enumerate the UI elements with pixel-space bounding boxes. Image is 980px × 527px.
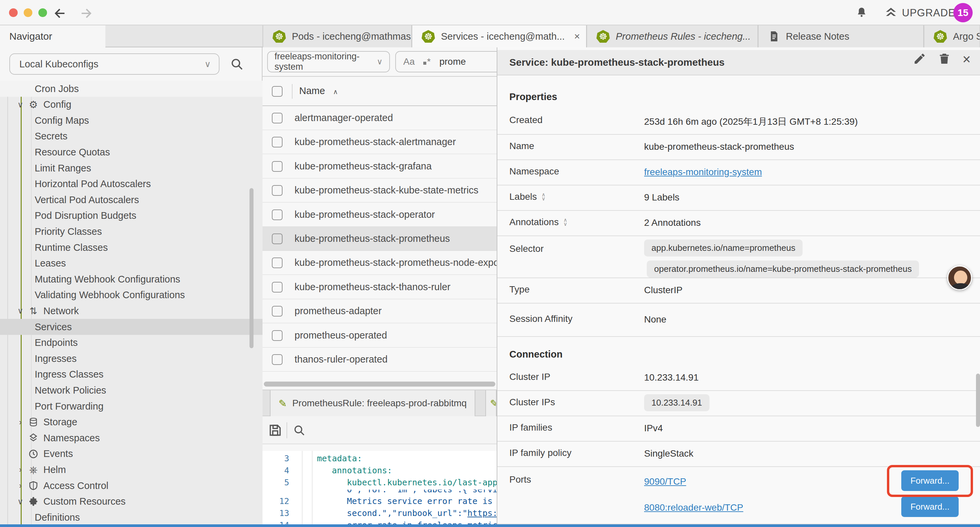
sidebar-item-network[interactable]: ∨⇅Network (0, 303, 262, 319)
detail-value-namespace[interactable]: freeleaps-monitoring-system (644, 167, 762, 177)
tab-pods-icecheng-mathmas[interactable]: ☸Pods - icecheng@mathmas... (262, 25, 412, 47)
table-row-kube-prometheus-stack-prometheus-node-expor[interactable]: kube-prometheus-stack-prometheus-node-ex… (262, 251, 497, 275)
table-search-input[interactable]: Aa * prome (395, 51, 497, 72)
sidebar-item-runtime-classes[interactable]: Runtime Classes (0, 239, 262, 255)
row-checkbox[interactable] (272, 209, 283, 220)
sidebar-search-icon[interactable] (229, 57, 244, 72)
sidebar-item-mutating-webhook-configurations[interactable]: Mutating Webhook Configurations (0, 271, 262, 287)
save-icon[interactable] (268, 423, 283, 439)
horizontal-scrollbar[interactable] (264, 382, 495, 387)
sidebar-item-helm[interactable]: ›⎈Helm (0, 462, 262, 478)
tab-release-notes[interactable]: Release Notes (758, 25, 924, 47)
forward-arrow-icon[interactable] (80, 7, 93, 20)
detail-row-namespace: Namespacefreeleaps-monitoring-system (497, 160, 980, 185)
delete-icon[interactable] (938, 52, 951, 67)
row-checkbox[interactable] (272, 161, 283, 172)
sidebar-item-events[interactable]: Events (0, 446, 262, 462)
dock-tab-prometheusrule[interactable]: ✎ PrometheusRule: freeleaps-prod-rabbitm… (270, 390, 475, 416)
row-checkbox[interactable] (272, 185, 283, 196)
upgrade-button[interactable]: UPGRADE (884, 6, 955, 20)
table-row-kube-prometheus-stack-operator[interactable]: kube-prometheus-stack-operator (262, 203, 497, 227)
kubeconfig-select[interactable]: Local Kubeconfigs ∨ (10, 53, 220, 75)
sidebar-scrollbar[interactable] (250, 188, 253, 348)
row-checkbox[interactable] (272, 354, 283, 365)
expander-icon[interactable]: ∧∨ (563, 218, 567, 226)
expander-icon[interactable]: ∧∨ (542, 193, 546, 201)
sidebar-item-endpoints[interactable]: Endpoints (0, 335, 262, 351)
tab-argo-se[interactable]: ☸Argo Se (924, 25, 980, 47)
sidebar-item-vertical-pod-autoscalers[interactable]: Vertical Pod Autoscalers (0, 192, 262, 208)
tree-chevron-icon[interactable]: ∨ (15, 497, 25, 506)
sidebar-item-limit-ranges[interactable]: Limit Ranges (0, 160, 262, 176)
bell-icon[interactable] (855, 6, 868, 19)
navigator-panel-tab[interactable]: Navigator (0, 25, 105, 47)
tree-chevron-icon[interactable]: ∨ (15, 100, 25, 110)
row-checkbox[interactable] (272, 234, 283, 244)
sidebar-item-horizontal-pod-autoscalers[interactable]: Horizontal Pod Autoscalers (0, 176, 262, 192)
back-arrow-icon[interactable] (53, 7, 67, 20)
sidebar-item-port-forwarding[interactable]: Port Forwarding (0, 398, 262, 414)
close-icon[interactable]: × (963, 53, 970, 66)
sidebar-item-pod-disruption-budgets[interactable]: Pod Disruption Budgets (0, 208, 262, 224)
row-checkbox[interactable] (272, 282, 283, 293)
service-name: kube-prometheus-stack-thanos-ruler (294, 282, 450, 293)
editor-search-icon[interactable] (293, 424, 306, 438)
table-row-thanos-ruler-operated[interactable]: thanos-ruler-operated (262, 347, 497, 372)
tab-prometheus-rules-icecheng[interactable]: ☸Prometheus Rules - icecheng... (586, 25, 758, 47)
row-checkbox[interactable] (272, 258, 283, 268)
sidebar-item-priority-classes[interactable]: Priority Classes (0, 223, 262, 239)
row-checkbox[interactable] (272, 306, 283, 317)
tab-services-icecheng-math[interactable]: ☸Services - icecheng@math...× (412, 25, 586, 47)
table-row-kube-prometheus-stack-grafana[interactable]: kube-prometheus-stack-grafana (262, 154, 497, 178)
sidebar-item-services[interactable]: Services (0, 319, 262, 335)
sidebar-item-cron-jobs[interactable]: Cron Jobs (0, 81, 262, 97)
table-row-kube-prometheus-stack-prometheus[interactable]: kube-prometheus-stack-prometheus (262, 227, 497, 251)
table-row-prometheus-adapter[interactable]: prometheus-adapter (262, 299, 497, 323)
notification-count-badge[interactable]: 15 (953, 3, 973, 22)
sidebar-item-definitions[interactable]: Definitions (0, 509, 262, 524)
traffic-light-minimize[interactable] (24, 8, 32, 17)
detail-scrollbar[interactable] (976, 374, 980, 427)
table-row-kube-prometheus-stack-kube-state-metrics[interactable]: kube-prometheus-stack-kube-state-metrics (262, 178, 497, 202)
tab-close-icon[interactable]: × (574, 31, 580, 42)
select-all-checkbox[interactable] (272, 86, 283, 97)
tree-chevron-icon[interactable]: › (15, 417, 25, 427)
table-row-kube-prometheus-stack-alertmanager[interactable]: kube-prometheus-stack-alertmanager (262, 130, 497, 154)
sidebar-item-leases[interactable]: Leases (0, 255, 262, 272)
sidebar-item-namespaces[interactable]: Namespaces (0, 430, 262, 446)
table-row-alertmanager-operated[interactable]: alertmanager-operated (262, 106, 497, 130)
traffic-light-close[interactable] (9, 8, 18, 17)
sidebar-item-custom-resources[interactable]: ∨Custom Resources (0, 494, 262, 509)
sidebar-item-config-maps[interactable]: Config Maps (0, 112, 262, 128)
sidebar-item-access-control[interactable]: ›Access Control (0, 478, 262, 494)
forward-button[interactable]: Forward... (901, 496, 959, 517)
sidebar-item-ingress-classes[interactable]: Ingress Classes (0, 366, 262, 382)
port-link-8080-reloader-web-TCP[interactable]: 8080:reloader-web/TCP (644, 502, 743, 513)
sidebar-item-ingresses[interactable]: Ingresses (0, 350, 262, 366)
table-row-kube-prometheus-stack-thanos-ruler[interactable]: kube-prometheus-stack-thanos-ruler (262, 275, 497, 299)
sidebar-item-config[interactable]: ∨⚙Config (0, 97, 262, 113)
edit-icon[interactable] (913, 52, 926, 67)
port-link-9090-TCP[interactable]: 9090/TCP (644, 476, 686, 487)
traffic-light-maximize[interactable] (38, 8, 47, 17)
table-row-prometheus-operated[interactable]: prometheus-operated (262, 323, 497, 347)
sidebar-item-storage[interactable]: ›Storage (0, 414, 262, 430)
tree-chevron-icon[interactable]: › (15, 465, 25, 474)
yaml-editor[interactable]: 3metadata:4annotations:5kubectl.kubernet… (262, 451, 497, 524)
namespace-select[interactable]: freeleaps-monitoring-system ∨ (267, 51, 390, 72)
sidebar-item-resource-quotas[interactable]: Resource Quotas (0, 144, 262, 160)
dock-tab-partial[interactable]: ✎ (485, 390, 497, 416)
sidebar-item-validating-webhook-configurations[interactable]: Validating Webhook Configurations (0, 287, 262, 303)
row-checkbox[interactable] (272, 137, 283, 147)
avatar[interactable] (947, 266, 972, 290)
name-column-header[interactable]: Name ∧ (299, 85, 338, 96)
tree-chevron-icon[interactable]: › (15, 481, 25, 490)
regex-toggle[interactable]: * (423, 56, 431, 67)
sidebar-item-network-policies[interactable]: Network Policies (0, 382, 262, 398)
row-checkbox[interactable] (272, 330, 283, 341)
row-checkbox[interactable] (272, 113, 283, 123)
edit-pencil-icon: ✎ (490, 398, 497, 409)
match-case-toggle[interactable]: Aa (403, 56, 415, 67)
tree-chevron-icon[interactable]: ∨ (15, 306, 25, 315)
sidebar-item-secrets[interactable]: Secrets (0, 128, 262, 145)
